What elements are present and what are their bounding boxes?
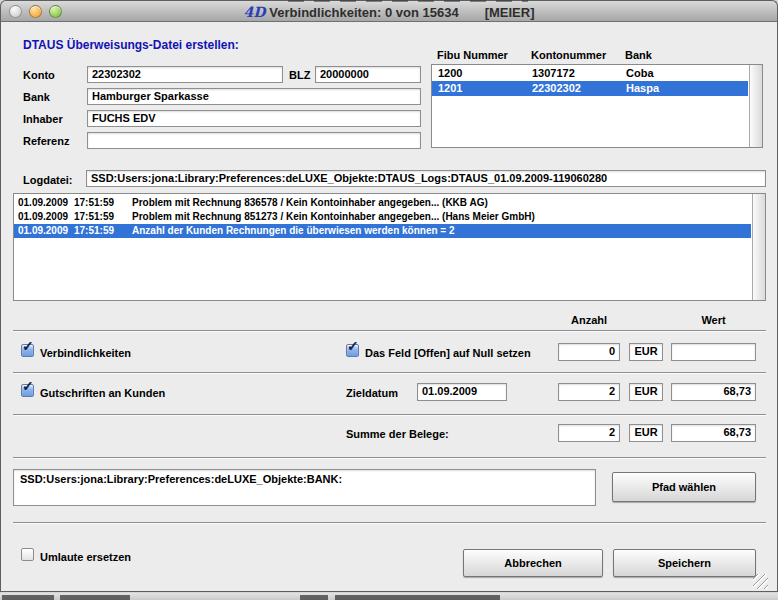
divider	[13, 522, 766, 524]
abbrechen-button[interactable]: Abbrechen	[463, 549, 603, 577]
summe-label: Summe der Belege:	[346, 428, 449, 440]
account-fibu: 1200	[438, 67, 462, 79]
checkmark-icon: ✓	[22, 339, 34, 353]
inhaber-input[interactable]: FUCHS EDV	[87, 110, 421, 127]
row2-wert-field[interactable]: 68,73	[671, 383, 756, 401]
divider	[13, 330, 766, 332]
divider	[13, 414, 766, 416]
form-heading: DTAUS Überweisungs-Datei erstellen:	[23, 38, 239, 52]
inhaber-label: Inhaber	[23, 113, 63, 125]
summe-anzahl-field: 2	[558, 424, 620, 442]
speichern-button[interactable]: Speichern	[613, 549, 756, 577]
account-konto: 1307172	[532, 67, 575, 79]
zieldatum-input[interactable]: 01.09.2009	[417, 383, 507, 401]
4d-logo-icon: 4D	[243, 4, 265, 20]
blz-label: BLZ	[289, 69, 310, 81]
row1-anzahl-field[interactable]: 0	[558, 343, 620, 361]
zieldatum-label: Zieldatum	[346, 387, 398, 399]
offen-null-label: Das Feld [Offen] auf Null setzen	[365, 347, 531, 359]
bank-label: Bank	[23, 91, 50, 103]
referenz-input[interactable]	[87, 132, 421, 149]
log-message: Problem mit Rechnung 851273 / Kein Konto…	[132, 211, 535, 222]
logdatei-label: Logdatei:	[23, 174, 73, 186]
checkmark-icon: ✓	[347, 339, 359, 353]
summe-currency-label: EUR	[629, 424, 663, 442]
log-list: 01.09.2009 17:51:59 Problem mit Rechnung…	[13, 193, 766, 301]
anzahl-header: Anzahl	[558, 314, 620, 326]
account-row[interactable]: 1201 22302302 Haspa	[432, 81, 748, 96]
log-time: 17:51:59	[74, 197, 114, 208]
summe-wert-field: 68,73	[671, 424, 756, 442]
log-time: 17:51:59	[74, 211, 114, 222]
account-fibu: 1201	[438, 82, 462, 94]
blz-input[interactable]: 20000000	[315, 66, 421, 83]
wert-header: Wert	[671, 314, 756, 326]
konto-label: Konto	[23, 69, 55, 81]
row2-anzahl-field[interactable]: 2	[558, 383, 620, 401]
background-window-bottom-sliver	[0, 593, 778, 600]
gutschriften-label: Gutschriften an Kunden	[40, 387, 165, 399]
output-path-field[interactable]: SSD:Users:jona:Library:Preferences:deLUX…	[13, 469, 596, 506]
account-row[interactable]: 1200 1307172 Coba	[432, 66, 748, 81]
accounts-list: 1200 1307172 Coba 1201 22302302 Haspa	[431, 64, 763, 148]
account-bank: Coba	[626, 67, 654, 79]
umlaute-checkbox[interactable]: ✓	[21, 548, 34, 561]
accounts-header-fibu: Fibu Nummer	[437, 49, 508, 61]
offen-null-checkbox[interactable]: ✓	[346, 344, 359, 357]
row2-currency-label: EUR	[629, 383, 663, 401]
log-row[interactable]: 01.09.2009 17:51:59 Anzahl der Kunden Re…	[14, 224, 751, 238]
bank-input[interactable]: Hamburger Sparkasse	[87, 88, 421, 105]
divider	[13, 372, 766, 374]
umlaute-label: Umlaute ersetzen	[40, 551, 131, 563]
checkmark-icon: ✓	[22, 379, 34, 393]
accounts-header-bank: Bank	[625, 49, 652, 61]
divider	[13, 457, 766, 459]
log-row[interactable]: 01.09.2009 17:51:59 Problem mit Rechnung…	[14, 196, 751, 210]
window-title: Verbindlichkeiten: 0 von 15634	[269, 5, 458, 20]
dialog-content: DTAUS Überweisungs-Datei erstellen: Kont…	[0, 22, 778, 592]
pfad-waehlen-button[interactable]: Pfad wählen	[612, 472, 756, 502]
konto-input[interactable]: 22302302	[87, 66, 283, 83]
window-owner: [MEIER]	[485, 5, 535, 20]
log-date: 01.09.2009	[18, 225, 68, 236]
log-row[interactable]: 01.09.2009 17:51:59 Problem mit Rechnung…	[14, 210, 751, 224]
screen: 4D Verbindlichkeiten: 0 von 15634 [MEIER…	[0, 0, 778, 600]
verbindlichkeiten-label: Verbindlichkeiten	[40, 347, 131, 359]
log-scrollbar[interactable]	[752, 194, 765, 300]
background-window-top-sliver	[288, 0, 528, 2]
accounts-header-konto: Kontonummer	[531, 49, 606, 61]
window-resize-grip[interactable]	[753, 574, 768, 589]
account-konto: 22302302	[532, 82, 581, 94]
log-date: 01.09.2009	[18, 211, 68, 222]
log-message: Anzahl der Kunden Rechnungen die überwie…	[132, 225, 455, 236]
row1-wert-field[interactable]	[671, 343, 756, 361]
logdatei-path-field[interactable]: SSD:Users:jona:Library:Preferences:deLUX…	[86, 170, 766, 187]
log-message: Problem mit Rechnung 836578 / Kein Konto…	[132, 197, 488, 208]
accounts-scrollbar[interactable]	[749, 65, 762, 147]
window-titlebar[interactable]: 4D Verbindlichkeiten: 0 von 15634 [MEIER…	[0, 0, 778, 22]
account-bank: Haspa	[626, 82, 659, 94]
verbindlichkeiten-checkbox[interactable]: ✓	[21, 344, 34, 357]
referenz-label: Referenz	[23, 135, 69, 147]
gutschriften-checkbox[interactable]: ✓	[21, 384, 34, 397]
log-time: 17:51:59	[74, 225, 114, 236]
row1-currency-label: EUR	[629, 343, 663, 361]
log-date: 01.09.2009	[18, 197, 68, 208]
